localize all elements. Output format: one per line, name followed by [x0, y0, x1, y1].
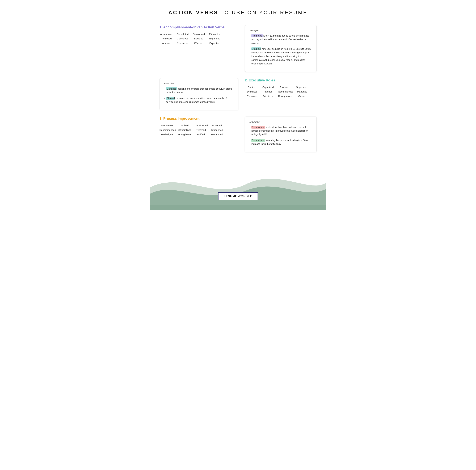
section1-row: 1. Accomplishment-driven Action Verbs Ac… — [159, 25, 317, 72]
main-content: 1. Accomplishment-driven Action Verbs Ac… — [150, 22, 326, 152]
section3-heading: 3. Process Improvement — [159, 117, 238, 121]
word: Recommended — [159, 128, 176, 132]
header: ACTION VERBS TO USE ON YOUR RESUME — [150, 0, 326, 22]
page: ACTION VERBS TO USE ON YOUR RESUME 1. Ac… — [150, 0, 326, 210]
word: Executed — [247, 94, 257, 98]
page-title: ACTION VERBS TO USE ON YOUR RESUME — [156, 10, 320, 16]
word: Reorganized — [278, 94, 292, 98]
section2-right: 2. Executive Roles Chaired Evaluated Exe… — [245, 78, 317, 110]
word: Effected — [194, 41, 203, 45]
word: Streamlined — [178, 128, 191, 132]
highlight-managed: Managed — [166, 87, 177, 90]
section3-word-grid: Modernised Recommended Redesigned Solved… — [159, 124, 238, 136]
word: Planned — [264, 90, 272, 94]
word: Managed — [297, 90, 307, 94]
word: Solved — [181, 124, 188, 127]
section3-example-label: Examples: — [250, 120, 312, 123]
word-col-s2-2: Organized Planned Prioritized — [261, 85, 275, 98]
word: Completed — [177, 32, 188, 36]
section3-right: Examples: Redesigned protocol for handli… — [245, 117, 317, 152]
word: Broadened — [211, 128, 223, 132]
word: Achieved — [162, 37, 171, 41]
section3-example-box: Examples: Redesigned protocol for handli… — [245, 117, 317, 152]
word: Revamped — [211, 133, 223, 136]
wave-svg — [150, 159, 326, 210]
word: Strengthened — [178, 133, 192, 136]
word: Trimmed — [196, 128, 206, 132]
word: Expedited — [209, 41, 220, 45]
section2-example-2: Chaired customer service committee; rais… — [164, 97, 234, 104]
section1-example-2: Doubled new user acquisition from 10-15 … — [250, 47, 312, 66]
word: Produced — [280, 85, 290, 89]
section3-row: 3. Process Improvement Modernised Recomm… — [159, 117, 317, 152]
section3-example-2: Streamlined assembly line process, leadi… — [250, 138, 312, 146]
word: Conceived — [177, 37, 188, 41]
section2-example-label: Examples: — [164, 82, 234, 85]
wave-section: RESUMEWORDED — [150, 159, 326, 210]
word: Discovered — [193, 32, 205, 36]
word: Modernised — [161, 124, 174, 127]
word-col-s2-3: Produced Recommended Reorganized — [277, 85, 293, 98]
word-col-s3-4: Widened Broadened Revamped — [210, 124, 224, 136]
word-col-s2-4: Supervised Managed Guided — [295, 85, 309, 98]
word-col-1: Accelerated Achieved Attained — [159, 32, 174, 45]
section2-row: Examples: Managed opening of new store t… — [159, 78, 317, 110]
word-col-s3-2: Solved Streamlined Strengthened — [178, 124, 192, 136]
word-col-3: Discovered Doubled Effected — [192, 32, 206, 45]
brand-box: RESUMEWORDED — [218, 192, 258, 200]
word: Guided — [298, 94, 306, 98]
section1-right: Examples: Promoted within 12 months due … — [245, 25, 317, 72]
highlight-promoted: Promoted — [251, 34, 263, 37]
word: Organized — [262, 85, 274, 89]
word: Convinced — [177, 41, 188, 45]
word: Chaired — [248, 85, 256, 89]
section3-example-1: Redesigned protocol for handling workpla… — [250, 125, 312, 136]
svg-rect-0 — [150, 205, 326, 210]
section2-example-1: Managed opening of new store that genera… — [164, 87, 234, 94]
word: Doubled — [194, 37, 203, 41]
word: Accelerated — [160, 32, 173, 36]
word: Widened — [212, 124, 222, 127]
section1-word-grid: Accelerated Achieved Attained Completed … — [159, 32, 238, 45]
section3-left: 3. Process Improvement Modernised Recomm… — [159, 117, 238, 152]
word-col-s3-3: Transformed Trimmed Unified — [194, 124, 208, 136]
word: Expanded — [209, 37, 220, 41]
section2-example-box: Examples: Managed opening of new store t… — [159, 78, 238, 110]
section1-left: 1. Accomplishment-driven Action Verbs Ac… — [159, 25, 238, 72]
section2-word-grid: Chaired Evaluated Executed Organized Pla… — [245, 85, 317, 98]
section1-example-1: Promoted within 12 months due to strong … — [250, 34, 312, 45]
highlight-redesigned: Redesigned — [251, 126, 265, 129]
word: Unified — [197, 133, 205, 136]
section2-heading: 2. Executive Roles — [245, 78, 317, 82]
word: Redesigned — [161, 133, 174, 136]
title-bold: ACTION VERBS — [169, 10, 218, 15]
word-col-s2-1: Chaired Evaluated Executed — [245, 85, 259, 98]
word: Recommended — [277, 90, 293, 94]
word: Evaluated — [247, 90, 257, 94]
word-col-4: Eliminated Expanded Expedited — [208, 32, 222, 45]
word: Supervised — [296, 85, 308, 89]
word: Eliminated — [209, 32, 221, 36]
highlight-doubled: Doubled — [251, 48, 261, 50]
brand-worded: WORDED — [238, 195, 253, 198]
section1-heading: 1. Accomplishment-driven Action Verbs — [159, 25, 238, 29]
brand-resume: RESUME — [223, 195, 237, 198]
highlight-chaired: Chaired — [166, 97, 175, 100]
title-light: TO USE ON YOUR RESUME — [218, 10, 307, 15]
word-col-s3-1: Modernised Recommended Redesigned — [159, 124, 176, 136]
section1-example-box: Examples: Promoted within 12 months due … — [245, 25, 317, 72]
section2-left: Examples: Managed opening of new store t… — [159, 78, 238, 110]
section1-example-label: Examples: — [250, 29, 312, 32]
footer-brand-wrapper: RESUMEWORDED — [218, 192, 258, 200]
word: Attained — [162, 41, 171, 45]
highlight-streamlined: Streamlined — [251, 139, 265, 142]
word: Prioritized — [263, 94, 273, 98]
word: Transformed — [194, 124, 208, 127]
word-col-2: Completed Conceived Convinced — [176, 32, 190, 45]
